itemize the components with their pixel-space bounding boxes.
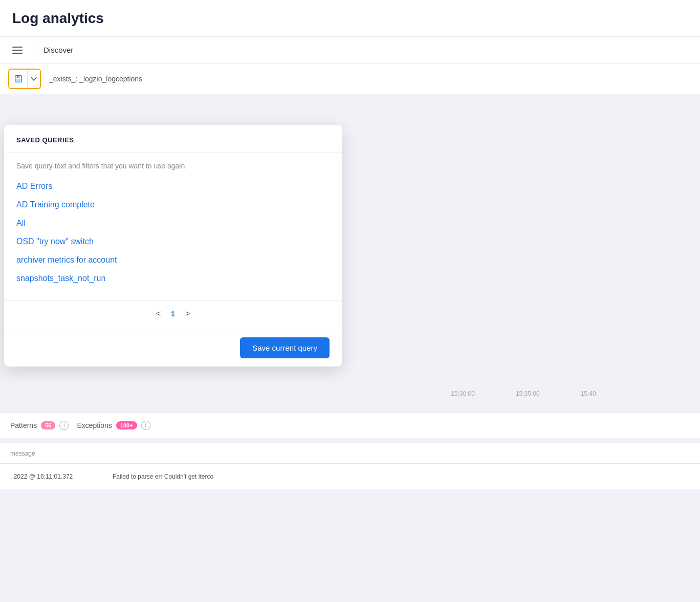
patterns-badge: 56 bbox=[41, 421, 55, 429]
patterns-label: Patterns bbox=[10, 421, 37, 429]
discover-nav-label: Discover bbox=[43, 46, 73, 54]
save-icon-button[interactable] bbox=[9, 70, 28, 88]
timeline-label-1: 15:30:00 bbox=[451, 390, 475, 397]
table-header: message bbox=[0, 443, 700, 464]
table-col-message: message bbox=[10, 450, 35, 457]
svg-rect-2 bbox=[17, 76, 18, 78]
saved-query-osd[interactable]: OSD "try now" switch bbox=[16, 237, 330, 246]
navbar: Discover bbox=[0, 37, 700, 63]
exceptions-section: Exceptions 100+ i bbox=[77, 421, 150, 430]
save-current-query-button[interactable]: Save current query bbox=[240, 337, 330, 358]
page-title: Log analytics bbox=[12, 10, 104, 27]
table-row: , 2022 @ 16:11:01.372 Failed to parse er… bbox=[0, 464, 700, 489]
saved-query-all[interactable]: All bbox=[16, 219, 330, 228]
hamburger-menu-icon[interactable] bbox=[8, 42, 27, 58]
timeline-labels: 15:30:00 15:35:00 15:40: bbox=[0, 390, 700, 397]
saved-queries-dropdown: SAVED QUERIES Save query text and filter… bbox=[4, 125, 342, 367]
exceptions-label: Exceptions bbox=[77, 421, 112, 429]
save-query-container[interactable] bbox=[8, 69, 41, 89]
main-content: 15:30:00 15:35:00 15:40: Patterns 56 i E… bbox=[0, 94, 700, 602]
exceptions-badge: 100+ bbox=[116, 421, 137, 429]
dropdown-pagination: < 1 > bbox=[4, 300, 342, 329]
timeline-label-3: 15:40: bbox=[581, 390, 598, 397]
pagination-prev-button[interactable]: < bbox=[152, 307, 165, 320]
dropdown-description: Save query text and filters that you wan… bbox=[16, 161, 330, 171]
pagination-next-button[interactable]: > bbox=[181, 307, 194, 320]
dropdown-body: Save query text and filters that you wan… bbox=[4, 153, 342, 300]
saved-query-ad-errors[interactable]: AD Errors bbox=[16, 182, 330, 191]
save-floppy-icon bbox=[14, 74, 23, 83]
save-chevron-button[interactable] bbox=[28, 70, 40, 88]
chevron-down-icon bbox=[31, 77, 37, 81]
patterns-exceptions-bar: Patterns 56 i Exceptions 100+ i bbox=[0, 413, 700, 438]
dropdown-footer: Save current query bbox=[4, 329, 342, 367]
patterns-section: Patterns 56 i bbox=[10, 421, 69, 430]
timeline-label-2: 15:35:00 bbox=[516, 390, 540, 397]
exceptions-info-icon[interactable]: i bbox=[141, 421, 150, 430]
page-header: Log analytics bbox=[0, 0, 700, 37]
saved-query-snapshots[interactable]: snapshots_task_not_run bbox=[16, 274, 330, 283]
saved-query-ad-training[interactable]: AD Training complete bbox=[16, 200, 330, 209]
query-text-display: _exists_: _logzio_logceptions bbox=[49, 75, 142, 83]
table-cell-timestamp: , 2022 @ 16:11:01.372 bbox=[10, 473, 113, 480]
dropdown-title: SAVED QUERIES bbox=[16, 136, 74, 144]
table-cell-message: Failed to parse err Couldn't get iterco bbox=[113, 473, 213, 480]
patterns-info-icon[interactable]: i bbox=[59, 421, 69, 430]
dropdown-header: SAVED QUERIES bbox=[4, 125, 342, 153]
query-bar: _exists_: _logzio_logceptions bbox=[0, 63, 700, 94]
svg-rect-3 bbox=[16, 79, 20, 81]
pagination-current-page: 1 bbox=[171, 310, 175, 318]
nav-divider bbox=[35, 42, 35, 58]
saved-query-archiver[interactable]: archiver metrics for account bbox=[16, 255, 330, 265]
